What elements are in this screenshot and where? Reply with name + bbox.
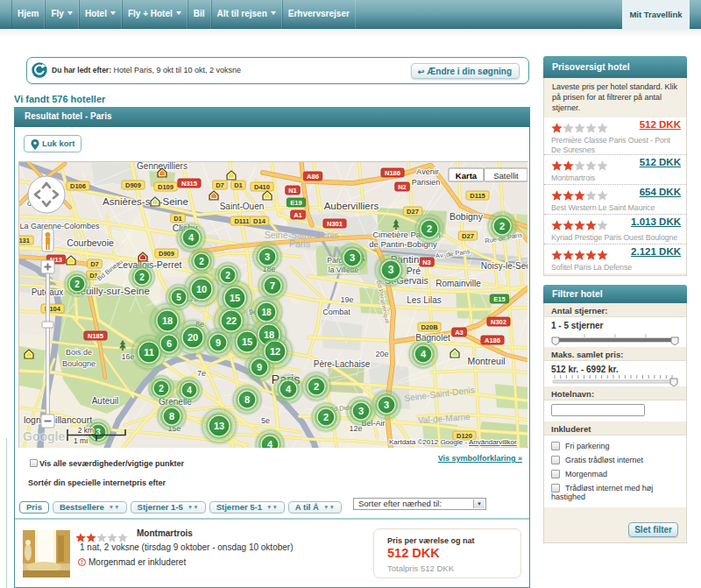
svg-text:La Garenne-Colombes: La Garenne-Colombes (19, 222, 100, 230)
svg-text:D909: D909 (159, 250, 174, 258)
svg-text:2: 2 (314, 381, 319, 392)
svg-text:Google: Google (23, 429, 65, 443)
svg-text:D7: D7 (90, 260, 99, 268)
svg-text:Noisy-le-Sec: Noisy-le-Sec (481, 261, 528, 271)
svg-text:E15: E15 (493, 295, 505, 303)
svg-text:Paris: Paris (289, 238, 310, 249)
svg-text:Père-Lachaise: Père-Lachaise (314, 359, 371, 369)
svg-text:3: 3 (388, 264, 394, 276)
svg-text:7: 7 (270, 280, 275, 291)
svg-text:7e: 7e (197, 369, 206, 378)
svg-text:3: 3 (358, 406, 364, 416)
svg-text:N301: N301 (327, 220, 343, 228)
svg-text:22: 22 (226, 315, 237, 326)
svg-text:A86: A86 (307, 173, 319, 181)
svg-text:20e: 20e (375, 350, 388, 358)
svg-text:4: 4 (421, 349, 427, 359)
svg-text:18: 18 (261, 308, 272, 317)
svg-text:11: 11 (144, 347, 154, 358)
svg-text:Les Lilas: Les Lilas (407, 295, 441, 305)
svg-text:2 km: 2 km (78, 426, 94, 435)
svg-text:6: 6 (166, 338, 172, 349)
svg-text:3: 3 (350, 252, 355, 263)
svg-text:3: 3 (265, 251, 270, 262)
svg-text:2: 2 (159, 384, 164, 393)
svg-text:Romainville: Romainville (435, 279, 481, 288)
svg-text:N2: N2 (398, 183, 407, 191)
svg-text:18: 18 (264, 329, 274, 340)
svg-text:Bobigny: Bobigny (450, 211, 484, 222)
svg-text:N186: N186 (385, 169, 400, 177)
svg-text:Kartdata ©2012 Google -: Kartdata ©2012 Google - (389, 438, 467, 446)
svg-text:A1: A1 (294, 211, 302, 219)
svg-text:Aubervilliers: Aubervilliers (324, 201, 379, 211)
svg-text:D109: D109 (158, 183, 173, 191)
svg-text:Boulogne: Boulogne (62, 359, 96, 368)
svg-text:2: 2 (323, 412, 329, 422)
svg-text:4: 4 (267, 439, 273, 448)
svg-text:8: 8 (244, 394, 250, 405)
svg-text:Bois de: Bois de (66, 348, 92, 357)
svg-text:15: 15 (230, 293, 240, 303)
svg-text:D7: D7 (216, 181, 224, 189)
svg-text:2: 2 (499, 221, 505, 231)
svg-text:N185: N185 (88, 332, 103, 340)
svg-text:N302: N302 (491, 318, 506, 326)
svg-text:Avenir: Avenir (416, 167, 438, 176)
svg-text:N1: N1 (288, 187, 297, 195)
svg-text:Auteuil: Auteuil (92, 396, 119, 406)
svg-text:Combat: Combat (322, 308, 350, 316)
svg-text:10: 10 (196, 284, 207, 294)
svg-text:Saint-Ouen: Saint-Ouen (220, 202, 265, 211)
svg-text:9: 9 (257, 362, 262, 372)
svg-text:N3: N3 (422, 259, 431, 266)
svg-text:3: 3 (384, 400, 389, 410)
svg-text:2: 2 (74, 280, 80, 289)
svg-text:1 mi: 1 mi (74, 436, 88, 445)
svg-text:4: 4 (187, 386, 192, 395)
svg-text:2: 2 (225, 271, 230, 280)
svg-text:D27: D27 (407, 208, 419, 216)
svg-text:D115: D115 (470, 192, 485, 200)
svg-text:13: 13 (214, 421, 224, 431)
svg-text:Användarvillkor: Användarvillkor (469, 438, 517, 446)
svg-text:D909: D909 (125, 181, 141, 189)
svg-text:2: 2 (139, 273, 145, 282)
svg-text:Courbevoie: Courbevoie (67, 237, 114, 248)
svg-text:D14: D14 (253, 217, 266, 225)
svg-text:4: 4 (188, 232, 195, 243)
svg-text:N315: N315 (181, 180, 197, 188)
svg-text:Asnières-sur-Seine: Asnières-sur-Seine (103, 196, 188, 207)
svg-text:8: 8 (169, 411, 174, 422)
svg-text:5e: 5e (261, 416, 270, 425)
svg-text:D27: D27 (462, 232, 474, 240)
svg-text:5: 5 (176, 293, 181, 302)
svg-text:D20B: D20B (421, 323, 438, 331)
svg-text:D1: D1 (173, 215, 182, 223)
svg-text:Montreuil: Montreuil (467, 356, 505, 366)
svg-text:19e: 19e (340, 295, 353, 304)
svg-text:A3: A3 (455, 329, 464, 337)
svg-text:D106: D106 (70, 182, 86, 190)
svg-text:2: 2 (199, 257, 204, 266)
svg-text:Satellit: Satellit (493, 171, 519, 181)
svg-text:D131: D131 (19, 237, 30, 244)
svg-text:2: 2 (427, 223, 432, 234)
svg-text:D410: D410 (254, 183, 270, 191)
svg-text:E19: E19 (290, 199, 301, 207)
svg-text:18: 18 (162, 315, 173, 326)
svg-text:12: 12 (270, 346, 280, 357)
svg-text:Karta: Karta (456, 171, 478, 181)
svg-text:15: 15 (242, 337, 252, 347)
svg-text:D1: D1 (234, 181, 243, 189)
svg-text:4: 4 (286, 384, 292, 394)
svg-text:20: 20 (188, 332, 198, 343)
svg-text:9: 9 (216, 337, 221, 348)
svg-text:D111: D111 (234, 217, 249, 225)
svg-text:A186: A186 (485, 337, 500, 344)
svg-text:Parisien: Parisien (412, 178, 441, 187)
svg-text:logne-Billancourt: logne-Billancourt (24, 414, 92, 425)
